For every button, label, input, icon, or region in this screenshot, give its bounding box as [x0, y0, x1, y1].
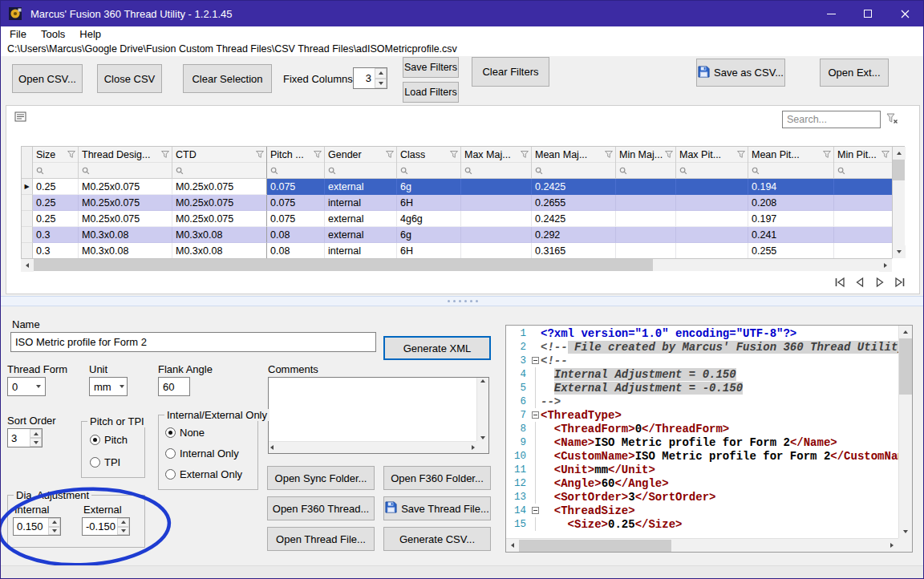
panel-splitter[interactable] — [1, 296, 924, 306]
grid-cell[interactable] — [676, 211, 748, 227]
filter-funnel-icon[interactable] — [256, 149, 264, 160]
grid-cell[interactable]: M0.25x0.075 — [79, 195, 172, 211]
open-ext-button[interactable]: Open Ext... — [820, 59, 889, 87]
grid-cell[interactable]: M0.25x0.075 — [172, 179, 267, 195]
column-search-cell[interactable] — [397, 163, 460, 178]
grid-cell[interactable] — [676, 243, 748, 259]
grid-cell[interactable]: 0.25 — [33, 195, 79, 211]
comments-horizontal-scrollbar[interactable] — [269, 441, 476, 453]
grid-cell[interactable]: 0.075 — [267, 179, 325, 195]
column-header[interactable]: Max Maj... — [461, 147, 532, 179]
spin-up-icon[interactable] — [48, 518, 60, 527]
column-header[interactable]: Class — [397, 147, 461, 179]
column-search-cell[interactable] — [325, 163, 396, 178]
previous-record-button[interactable] — [853, 276, 867, 289]
column-header[interactable]: Mean Maj... — [532, 147, 616, 179]
filter-funnel-icon[interactable] — [823, 149, 831, 160]
grid-cell[interactable] — [461, 179, 532, 195]
xml-preview[interactable]: 1<?xml version="1.0" encoding="UTF-8"?>2… — [505, 325, 913, 553]
close-csv-button[interactable]: Close CSV — [97, 64, 162, 93]
radio-internal-only[interactable]: Internal Only — [165, 447, 239, 460]
scroll-up-icon[interactable] — [899, 326, 912, 338]
grid-cell[interactable]: external — [325, 227, 397, 243]
scroll-down-icon[interactable] — [899, 525, 912, 538]
load-filters-button[interactable]: Load Filters — [403, 82, 459, 103]
open-thread-file-button[interactable]: Open Thread File... — [267, 527, 375, 551]
xml-vertical-scrollbar[interactable] — [898, 326, 912, 538]
column-search-cell[interactable] — [748, 163, 833, 178]
grid-cell[interactable]: M0.3x0.08 — [172, 227, 267, 243]
open-sync-folder-button[interactable]: Open Sync Folder... — [267, 466, 375, 490]
xml-horizontal-scrollbar[interactable] — [506, 538, 898, 552]
menu-file[interactable]: File — [2, 27, 34, 41]
grid-cell[interactable] — [834, 179, 893, 195]
grid-cell[interactable] — [834, 211, 893, 227]
filter-funnel-icon[interactable] — [450, 149, 458, 160]
column-header[interactable]: Pitch ... — [267, 147, 325, 179]
grid-cell[interactable]: 0.241 — [748, 227, 834, 243]
grid-cell[interactable] — [616, 211, 676, 227]
menu-tools[interactable]: Tools — [34, 27, 72, 41]
radio-none[interactable]: None — [165, 427, 205, 439]
grid-cell[interactable]: 0.2425 — [532, 179, 616, 195]
column-header[interactable]: Max Pit... — [676, 147, 748, 179]
grid-cell[interactable] — [616, 195, 676, 211]
grid-cell[interactable]: M0.25x0.075 — [172, 195, 267, 211]
spin-buttons[interactable] — [117, 518, 129, 535]
column-header[interactable]: Min Pit... — [834, 147, 893, 179]
filter-funnel-icon[interactable] — [665, 149, 673, 160]
grid-cell[interactable]: 0.197 — [748, 211, 834, 227]
grid-cell[interactable]: 0.075 — [267, 195, 325, 211]
grid-cell[interactable]: M0.25x0.075 — [172, 211, 267, 227]
radio-external-only[interactable]: External Only — [165, 468, 242, 480]
spin-up-icon[interactable] — [117, 518, 129, 527]
column-header[interactable]: Size — [33, 147, 79, 179]
column-search-cell[interactable] — [834, 163, 892, 178]
comments-vertical-scrollbar[interactable] — [476, 378, 488, 441]
scroll-up-icon[interactable] — [893, 147, 906, 160]
thread-form-dropdown[interactable]: 0 — [7, 377, 46, 396]
radio-tpi[interactable]: TPI — [90, 456, 120, 468]
column-search-cell[interactable] — [461, 163, 531, 178]
save-filters-button[interactable]: Save Filters — [403, 57, 459, 78]
grid-cell[interactable]: 0.075 — [267, 211, 325, 227]
grid-cell[interactable]: M0.25x0.075 — [79, 211, 172, 227]
column-header[interactable]: Mean Pit... — [748, 147, 834, 179]
grid-horizontal-scrollbar[interactable] — [21, 258, 892, 271]
scroll-right-icon[interactable] — [879, 259, 892, 272]
table-row[interactable]: 0.25M0.25x0.075M0.25x0.0750.075internal6… — [22, 195, 892, 211]
code-fold-icon[interactable] — [532, 507, 539, 514]
table-row[interactable]: 0.25M0.25x0.075M0.25x0.0750.075external4… — [22, 211, 892, 227]
column-search-cell[interactable] — [616, 163, 675, 178]
grid-cell[interactable]: 0.2425 — [532, 211, 616, 227]
spin-up-icon[interactable] — [30, 429, 42, 438]
grid-cell[interactable] — [616, 227, 676, 243]
column-search-cell[interactable] — [676, 163, 748, 178]
grid-cell[interactable] — [616, 179, 676, 195]
scroll-right-icon[interactable] — [886, 539, 898, 552]
spin-down-icon[interactable] — [375, 79, 387, 89]
grid-cell[interactable]: 4g6g — [397, 211, 461, 227]
flank-angle-input[interactable] — [158, 377, 190, 396]
grid-cell[interactable]: 6H — [397, 195, 461, 211]
menu-help[interactable]: Help — [72, 27, 108, 41]
grid-menu-icon[interactable] — [14, 111, 27, 126]
scrollbar-thumb[interactable] — [899, 338, 912, 395]
grid-cell[interactable]: 6H — [397, 243, 461, 259]
clear-selection-button[interactable]: Clear Selection — [183, 64, 272, 93]
grid-cell[interactable]: 0.25 — [33, 179, 79, 195]
grid-cell[interactable]: external — [325, 179, 397, 195]
column-header[interactable]: Thread Desig... — [79, 147, 172, 179]
column-header[interactable]: Min Maj... — [616, 147, 676, 179]
search-input[interactable] — [782, 111, 881, 128]
filter-funnel-icon[interactable] — [386, 149, 394, 160]
filter-funnel-icon[interactable] — [737, 149, 745, 160]
filter-funnel-icon[interactable] — [881, 149, 890, 160]
open-f360-thread-button[interactable]: Open F360 Thread... — [267, 496, 375, 520]
radio-pitch[interactable]: Pitch — [90, 434, 128, 446]
name-input[interactable] — [10, 332, 376, 352]
code-fold-icon[interactable] — [532, 357, 539, 364]
grid-cell[interactable]: 0.25 — [33, 211, 79, 227]
filter-funnel-icon[interactable] — [67, 149, 75, 160]
spin-down-icon[interactable] — [117, 527, 129, 536]
